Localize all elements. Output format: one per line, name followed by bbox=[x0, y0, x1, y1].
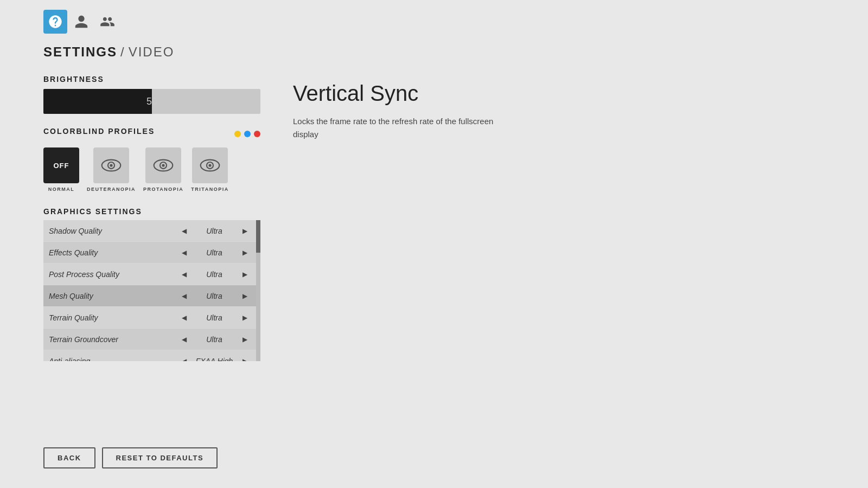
quality-value: FXAA High bbox=[190, 357, 239, 362]
arrow-right-btn[interactable]: ▶ bbox=[239, 225, 251, 237]
brightness-slider[interactable]: 50 bbox=[43, 89, 260, 114]
quality-value: Ultra bbox=[190, 270, 239, 279]
tritanopia-eye-container bbox=[192, 147, 228, 183]
graphics-row-name: Effects Quality bbox=[49, 248, 178, 257]
svg-point-5 bbox=[162, 164, 165, 166]
graphics-row-name: Post Process Quality bbox=[49, 270, 178, 279]
protanopia-eye-container bbox=[145, 147, 181, 183]
graphics-list[interactable]: Shadow Quality ◀ Ultra ▶ Effects Quality… bbox=[43, 220, 256, 361]
page-title: SETTINGS/VIDEO bbox=[43, 44, 825, 60]
graphics-row-name: Mesh Quality bbox=[49, 292, 178, 300]
arrow-right-btn[interactable]: ▶ bbox=[239, 355, 251, 362]
graphics-row[interactable]: Terrain Quality ◀ Ultra ▶ bbox=[43, 307, 256, 329]
group-icon bbox=[100, 14, 115, 29]
graphics-row-name: Shadow Quality bbox=[49, 227, 178, 235]
graphics-label: GRAPHICS SETTINGS bbox=[43, 207, 260, 216]
yellow-dot bbox=[234, 131, 241, 137]
arrow-right-btn[interactable]: ▶ bbox=[239, 290, 251, 302]
arrow-left-btn[interactable]: ◀ bbox=[178, 355, 190, 362]
arrow-left-btn[interactable]: ◀ bbox=[178, 247, 190, 259]
graphics-row-name: Terrain Quality bbox=[49, 313, 178, 322]
reset-button[interactable]: RESET TO DEFAULTS bbox=[102, 447, 218, 468]
group-nav-icon[interactable] bbox=[95, 10, 119, 34]
normal-off-label: OFF bbox=[54, 162, 69, 170]
graphics-row-name: Terrain Groundcover bbox=[49, 335, 178, 344]
colorblind-option-normal[interactable]: OFF NORMAL bbox=[43, 147, 79, 192]
svg-point-8 bbox=[208, 164, 211, 166]
deuteranopia-eye-container bbox=[93, 147, 129, 183]
bottom-buttons: BACK RESET TO DEFAULTS bbox=[43, 447, 218, 468]
quality-value: Ultra bbox=[190, 292, 239, 300]
arrow-left-btn[interactable]: ◀ bbox=[178, 268, 190, 280]
scrollbar-track bbox=[256, 220, 260, 361]
normal-eye-container: OFF bbox=[43, 147, 79, 183]
quality-value: Ultra bbox=[190, 335, 239, 344]
brightness-value: 50 bbox=[146, 96, 157, 107]
colorblind-option-deuteranopia[interactable]: DEUTERANOPIA bbox=[87, 147, 136, 192]
help-icon bbox=[48, 14, 63, 29]
profile-nav-icon[interactable] bbox=[69, 10, 93, 34]
brightness-label: BRIGHTNESS bbox=[43, 75, 260, 84]
graphics-row[interactable]: Post Process Quality ◀ Ultra ▶ bbox=[43, 264, 256, 285]
tritanopia-eye-icon bbox=[200, 158, 220, 173]
brightness-fill bbox=[43, 89, 152, 114]
quality-value: Ultra bbox=[190, 313, 239, 322]
scrollbar-thumb[interactable] bbox=[256, 220, 260, 253]
arrow-right-btn[interactable]: ▶ bbox=[239, 247, 251, 259]
deuteranopia-eye-icon bbox=[101, 158, 122, 173]
arrow-right-btn[interactable]: ▶ bbox=[239, 312, 251, 324]
left-column: BRIGHTNESS 50 COLORBLIND PROFILES bbox=[43, 75, 260, 361]
red-dot bbox=[254, 131, 260, 137]
colorblind-header: COLORBLIND PROFILES bbox=[43, 127, 260, 141]
colorblind-option-protanopia[interactable]: PROTANOPIA bbox=[143, 147, 183, 192]
quality-value: Ultra bbox=[190, 227, 239, 235]
arrow-left-btn[interactable]: ◀ bbox=[178, 225, 190, 237]
svg-point-2 bbox=[110, 164, 112, 166]
graphics-row[interactable]: Effects Quality ◀ Ultra ▶ bbox=[43, 242, 256, 264]
main-content: SETTINGS/VIDEO BRIGHTNESS 50 COLORBLIND … bbox=[0, 34, 868, 372]
arrow-right-btn[interactable]: ▶ bbox=[239, 333, 251, 345]
arrow-left-btn[interactable]: ◀ bbox=[178, 312, 190, 324]
graphics-row[interactable]: Mesh Quality ◀ Ultra ▶ bbox=[43, 285, 256, 307]
arrow-left-btn[interactable]: ◀ bbox=[178, 290, 190, 302]
graphics-row[interactable]: Anti-aliasing ◀ FXAA High ▶ bbox=[43, 350, 256, 361]
tritanopia-label: TRITANOPIA bbox=[191, 187, 228, 192]
color-dots bbox=[234, 131, 260, 137]
help-nav-icon[interactable] bbox=[43, 10, 67, 34]
graphics-list-wrapper: Shadow Quality ◀ Ultra ▶ Effects Quality… bbox=[43, 220, 260, 361]
back-button[interactable]: BACK bbox=[43, 447, 95, 468]
graphics-row[interactable]: Terrain Groundcover ◀ Ultra ▶ bbox=[43, 329, 256, 350]
info-description: Locks the frame rate to the refresh rate… bbox=[293, 115, 510, 141]
blue-dot bbox=[244, 131, 251, 137]
right-column: Vertical Sync Locks the frame rate to th… bbox=[293, 75, 825, 361]
quality-value: Ultra bbox=[190, 248, 239, 257]
arrow-right-btn[interactable]: ▶ bbox=[239, 268, 251, 280]
graphics-row-name: Anti-aliasing bbox=[49, 357, 178, 362]
colorblind-option-tritanopia[interactable]: TRITANOPIA bbox=[191, 147, 228, 192]
colorblind-label: COLORBLIND PROFILES bbox=[43, 127, 155, 136]
deuteranopia-label: DEUTERANOPIA bbox=[87, 187, 136, 192]
colorblind-options: OFF NORMAL DEUTERANOPIA bbox=[43, 147, 260, 192]
arrow-left-btn[interactable]: ◀ bbox=[178, 333, 190, 345]
normal-label: NORMAL bbox=[48, 187, 75, 192]
settings-layout: BRIGHTNESS 50 COLORBLIND PROFILES bbox=[43, 75, 825, 361]
graphics-row[interactable]: Shadow Quality ◀ Ultra ▶ bbox=[43, 220, 256, 242]
info-title: Vertical Sync bbox=[293, 80, 825, 106]
brightness-track: 50 bbox=[43, 89, 260, 114]
protanopia-label: PROTANOPIA bbox=[143, 187, 183, 192]
person-icon bbox=[74, 14, 89, 29]
protanopia-eye-icon bbox=[153, 158, 174, 173]
top-nav bbox=[0, 0, 868, 34]
